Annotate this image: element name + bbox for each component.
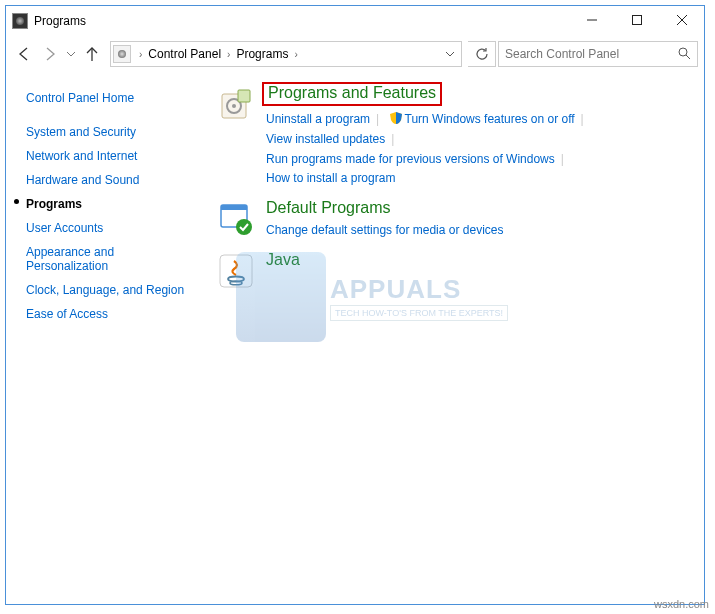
search-input[interactable]	[505, 47, 691, 61]
minimize-button[interactable]	[569, 6, 614, 34]
svg-rect-12	[221, 205, 247, 210]
close-button[interactable]	[659, 6, 704, 34]
sidebar-item-programs[interactable]: Programs	[26, 192, 208, 216]
app-icon	[12, 13, 28, 29]
svg-point-13	[236, 219, 252, 235]
breadcrumb-root[interactable]: Control Panel	[146, 47, 223, 61]
section-default-programs: Default Programs Change default settings…	[216, 199, 694, 241]
link-change-defaults[interactable]: Change default settings for media or dev…	[266, 223, 503, 237]
window-title: Programs	[34, 14, 86, 28]
chevron-right-icon[interactable]: ›	[135, 49, 146, 60]
link-uninstall[interactable]: Uninstall a program	[266, 112, 370, 126]
link-view-updates[interactable]: View installed updates	[266, 132, 385, 146]
programs-features-header[interactable]: Programs and Features	[262, 82, 442, 106]
sidebar-item-users[interactable]: User Accounts	[26, 216, 208, 240]
back-button[interactable]	[12, 42, 36, 66]
sidebar-item-network[interactable]: Network and Internet	[26, 144, 208, 168]
address-dropdown[interactable]	[443, 42, 457, 66]
sidebar-item-clock[interactable]: Clock, Language, and Region	[26, 278, 208, 302]
up-button[interactable]	[80, 42, 104, 66]
svg-line-6	[686, 55, 690, 59]
link-howto[interactable]: How to install a program	[266, 171, 395, 185]
section-java: Java	[216, 251, 694, 291]
java-header[interactable]: Java	[266, 251, 300, 269]
address-bar[interactable]: › Control Panel › Programs ›	[110, 41, 462, 67]
section-programs-features: Programs and Features Uninstall a progra…	[216, 84, 694, 189]
search-icon[interactable]	[677, 46, 691, 63]
svg-rect-1	[632, 16, 641, 25]
recent-dropdown[interactable]	[64, 42, 78, 66]
refresh-button[interactable]	[468, 41, 496, 67]
programs-features-icon	[216, 84, 256, 124]
forward-button	[38, 42, 62, 66]
toolbar: › Control Panel › Programs ›	[6, 36, 704, 72]
svg-point-5	[679, 48, 687, 56]
shield-icon	[389, 111, 403, 125]
address-icon	[113, 45, 131, 63]
attribution: wsxdn.com	[654, 598, 709, 610]
control-panel-window: Programs › Control Panel › Programs ›	[5, 5, 705, 605]
chevron-right-icon[interactable]: ›	[290, 49, 301, 60]
search-box[interactable]	[498, 41, 698, 67]
chevron-right-icon[interactable]: ›	[223, 49, 234, 60]
java-icon	[216, 251, 256, 291]
default-programs-icon	[216, 199, 256, 239]
maximize-button[interactable]	[614, 6, 659, 34]
sidebar-item-hardware[interactable]: Hardware and Sound	[26, 168, 208, 192]
titlebar: Programs	[6, 6, 704, 36]
svg-point-9	[232, 104, 236, 108]
content-area: Programs and Features Uninstall a progra…	[216, 72, 704, 604]
sidebar-home[interactable]: Control Panel Home	[26, 86, 208, 110]
link-compat[interactable]: Run programs made for previous versions …	[266, 152, 555, 166]
svg-rect-10	[238, 90, 250, 102]
sidebar-item-appearance[interactable]: Appearance and Personalization	[26, 240, 208, 278]
sidebar-item-ease[interactable]: Ease of Access	[26, 302, 208, 326]
default-programs-header[interactable]: Default Programs	[266, 199, 391, 217]
link-windows-features[interactable]: Turn Windows features on or off	[405, 112, 575, 126]
breadcrumb-current[interactable]: Programs	[234, 47, 290, 61]
sidebar-item-system[interactable]: System and Security	[26, 120, 208, 144]
sidebar: Control Panel Home System and Security N…	[6, 72, 216, 604]
